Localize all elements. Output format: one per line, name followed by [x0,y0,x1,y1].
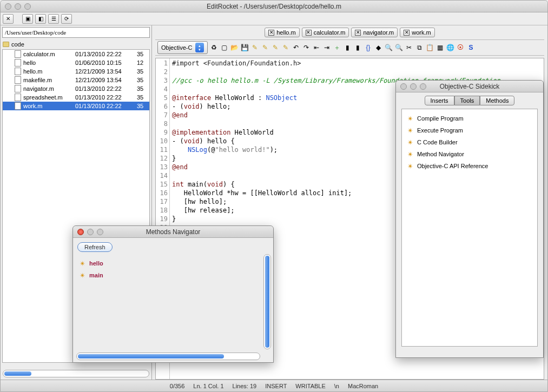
indent-icon[interactable]: ⇤ [312,43,321,52]
toolbar-icon[interactable]: ◧ [35,14,46,24]
braces-icon[interactable]: {} [364,43,372,52]
close-tab-icon[interactable]: ✕ [404,30,410,36]
sidekick-item-label: Objective-C API Reference [417,163,488,169]
tool-icon[interactable]: ▮ [343,43,352,52]
toolbar-icon[interactable]: ☰ [48,14,59,24]
file-name: makefile.m [23,77,73,83]
tool-icon[interactable]: ▮ [353,43,362,52]
search-icon[interactable]: 🔍 [394,43,403,52]
file-icon [15,59,21,67]
tool-icon[interactable]: ▦ [435,43,444,52]
file-row[interactable]: navigator.m01/13/2010 22:2235 [3,84,149,93]
methods-navigator-window[interactable]: Methods Navigator Refresh ✴hello✴main [72,225,274,363]
editor-tab[interactable]: ✕hello.m [265,28,299,37]
close-icon[interactable] [5,3,11,10]
sidekick-item[interactable]: ✴Execute Program [405,124,534,136]
wand-icon[interactable]: ✎ [250,43,259,52]
sidekick-tab[interactable]: Methods [480,96,514,105]
sidekick-item[interactable]: ✴Objective-C API Reference [405,160,534,172]
file-size: 12 [137,59,143,66]
toolbar-icon[interactable]: ▣ [22,14,33,24]
method-link[interactable]: hello [89,260,103,267]
status-lncol: Ln. 1 Col. 1 [193,383,223,389]
editor-tab[interactable]: ✕calculator.m [302,28,349,37]
wand-icon[interactable]: ✎ [261,43,269,52]
indent-icon[interactable]: ⇥ [322,43,331,52]
wand-icon[interactable]: ✎ [281,43,290,52]
file-icon [15,85,21,92]
tab-label: calculator.m [314,29,346,36]
horizontal-scrollbar[interactable] [76,353,260,360]
sidekick-title-bar[interactable]: Objective-C Sidekick [396,81,543,92]
globe-icon[interactable]: 🌐 [446,43,454,52]
editor-toolbar: Objective-C ♻ ▢ 📂 💾 ✎ ✎ ✎ ✎ ↶ ↷ ⇤ ⇥ ＋ ▮ … [155,39,544,56]
paste-icon[interactable]: 📋 [425,43,434,52]
new-file-icon[interactable]: ▢ [220,43,228,52]
file-row[interactable]: spreadsheet.m01/13/2010 22:2235 [3,93,149,102]
folder-row[interactable]: code [1,39,151,49]
file-size: 35 [137,85,143,92]
file-date: 12/21/2009 13:54 [75,68,135,75]
cut-icon[interactable]: ✂ [405,43,413,52]
close-tab-icon[interactable]: ✕ [306,30,312,36]
status-lines: Lines: 19 [233,383,257,389]
sidebar-scrollbar[interactable] [3,370,149,377]
file-icon [15,76,21,84]
method-item[interactable]: ✴main [77,269,269,281]
sidekick-item[interactable]: ✴Method Navigator [405,148,534,160]
file-icon [15,68,21,75]
wand-icon[interactable]: ✎ [271,43,280,52]
minimize-icon[interactable] [15,3,21,10]
refresh-icon[interactable]: ♻ [209,43,218,52]
method-link[interactable]: main [89,272,103,278]
db-icon[interactable]: ⦿ [456,43,465,52]
tool-icon[interactable]: ◆ [374,43,382,52]
arrow-icon: ✴ [406,127,414,134]
sidekick-window[interactable]: Objective-C Sidekick InsertsToolsMethods… [395,80,544,358]
sidekick-item[interactable]: ✴Compile Program [405,112,534,124]
search-icon[interactable]: 🔍 [384,43,393,52]
zoom-icon[interactable] [97,229,103,235]
minimize-icon[interactable] [410,83,417,90]
refresh-button[interactable]: Refresh [77,242,113,252]
sidekick-item[interactable]: ✴C Code Builder [405,136,534,148]
file-name: hello [23,59,73,66]
zoom-icon[interactable] [420,83,426,90]
file-name: spreadsheet.m [23,94,73,101]
editor-tab[interactable]: ✕navigator.m [351,28,398,37]
tab-label: hello.m [276,29,295,36]
sidekick-tab[interactable]: Tools [454,96,480,105]
s-icon[interactable]: S [466,43,475,52]
undo-icon[interactable]: ↶ [292,43,300,52]
toolbar-icon[interactable]: ⟳ [61,14,72,24]
add-icon[interactable]: ＋ [333,43,341,52]
file-row[interactable]: makefile.m12/21/2009 13:5435 [3,76,149,84]
status-mode: INSERT [265,383,287,389]
redo-icon[interactable]: ↷ [302,43,311,52]
minimize-icon[interactable] [87,229,94,235]
close-tab-icon[interactable]: ✕ [268,30,274,36]
close-tab-icon[interactable]: ✕ [355,30,361,36]
file-name: hello.m [23,68,73,75]
vertical-scrollbar[interactable] [263,254,271,349]
method-item[interactable]: ✴hello [77,257,269,269]
path-input[interactable] [2,27,150,38]
editor-tab[interactable]: ✕work.m [400,28,434,37]
open-icon[interactable]: 📂 [230,43,239,52]
save-icon[interactable]: 💾 [240,43,249,52]
close-icon[interactable] [400,83,407,90]
file-row[interactable]: hello.m12/21/2009 13:5435 [3,67,149,76]
zoom-icon[interactable] [24,3,31,10]
arrow-icon: ✴ [406,162,414,170]
stepper-icon[interactable] [195,43,204,52]
file-size: 35 [137,77,143,83]
file-row[interactable]: calculator.m01/13/2010 22:2235 [3,50,149,58]
close-icon[interactable] [77,229,84,235]
language-selector[interactable]: Objective-C [157,41,208,54]
methods-title-bar[interactable]: Methods Navigator [73,226,273,238]
sidekick-tab[interactable]: Inserts [425,96,454,105]
file-row[interactable]: work.m01/13/2010 22:2235 [3,102,149,110]
close-tab-icon[interactable]: ✕ [3,14,14,24]
file-row[interactable]: hello01/06/2010 10:1512 [3,58,149,67]
copy-icon[interactable]: ⧉ [415,43,424,52]
